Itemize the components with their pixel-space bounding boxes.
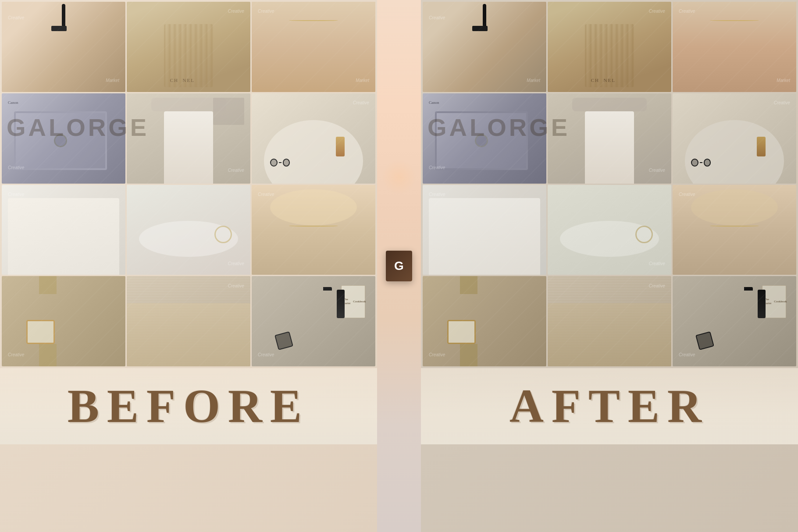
watermark-creative: Creative <box>8 15 24 20</box>
left-photo-camera: Canon Creative <box>2 93 125 184</box>
sunglasses-r <box>691 160 711 165</box>
wm-standing: Creative <box>228 168 244 173</box>
right-photo-heel: Creative Market <box>423 2 546 92</box>
left-photo-coffee: Creative <box>252 93 375 184</box>
right-photo-standing: Creative <box>548 93 671 184</box>
right-photo-flatlay: The Futurist Cookbook Creative <box>673 276 796 366</box>
left-photo-grid: Creative Market CH NEL Creative Creative… <box>0 0 377 368</box>
left-photo-heel: Creative Market <box>2 2 125 92</box>
wm-tr-left2: Creative <box>228 9 244 14</box>
right-bottom-label: AFTER <box>421 368 798 444</box>
right-photo-camera: Canon Creative <box>423 93 546 184</box>
wm-rs: Creative <box>649 168 665 173</box>
book-element: The Futurist Cookbook <box>341 285 365 318</box>
right-photo-wave: Creative <box>548 185 671 275</box>
sunglasses-flatlay-r <box>695 331 714 350</box>
left-photo-blonde: Creative <box>252 185 375 275</box>
after-label: AFTER <box>509 379 709 433</box>
wm-rcf: Creative <box>774 100 790 105</box>
right-photo-grid: Creative Market CH NEL Creative Creative… <box>421 0 798 368</box>
watermark-market: Market <box>106 78 119 83</box>
main-container: Creative Market CH NEL Creative Creative… <box>0 0 798 532</box>
left-bottom-label: BEFORE <box>0 368 377 444</box>
right-photo-white-shirt: Creative <box>423 185 546 275</box>
sunglasses-flatlay <box>274 331 293 350</box>
left-photo-wave: Creative <box>127 185 250 275</box>
wm-rflatlay: Creative <box>679 352 695 357</box>
center-logo: G <box>386 251 412 281</box>
wm-watch: Creative <box>8 352 24 357</box>
wm-rh1: Creative <box>429 15 445 20</box>
wm-rb2: Creative <box>649 9 665 14</box>
right-photo-knit: Creative <box>548 276 671 366</box>
wm-rh2: Market <box>527 78 540 83</box>
left-photo-white-shirt: Creative <box>2 185 125 275</box>
right-photo-portrait-top: Creative Market <box>673 2 796 92</box>
left-photo-standing: Creative <box>127 93 250 184</box>
left-photo-knit: Creative <box>127 276 250 366</box>
wm-flatlay: Creative <box>258 352 274 357</box>
wm-rwatch: Creative <box>429 352 445 357</box>
left-panel: Creative Market CH NEL Creative Creative… <box>0 0 377 532</box>
left-photo-braid: CH NEL Creative <box>127 2 250 92</box>
wm-coffee: Creative <box>353 100 369 105</box>
chanel-text: CH NEL <box>170 78 195 83</box>
sunglasses-shape <box>270 160 290 165</box>
wm-rws: Creative <box>429 192 445 197</box>
right-photo-blonde: Creative <box>673 185 796 275</box>
center-divider: G <box>377 0 421 532</box>
left-photo-portrait-top: Creative Market <box>252 2 375 92</box>
book-subtitle-r: Cookbook <box>773 298 788 305</box>
left-photo-watch: Creative <box>2 276 125 366</box>
camera-brand-r: Canon <box>429 100 439 105</box>
camera-brand: Canon <box>8 100 18 105</box>
right-photo-braid: CH NEL Creative <box>548 2 671 92</box>
right-photo-watch: Creative <box>423 276 546 366</box>
book-element-r: The Futurist Cookbook <box>762 285 786 318</box>
right-panel: Creative Market CH NEL Creative Creative… <box>421 0 798 532</box>
chanel-text-r: CH NEL <box>591 78 616 83</box>
before-label: BEFORE <box>68 379 310 433</box>
right-photo-coffee: Creative <box>673 93 796 184</box>
book-subtitle: Cookbook <box>352 298 367 305</box>
left-photo-flatlay: The Futurist Cookbook Creative <box>252 276 375 366</box>
wm-ws: Creative <box>8 192 24 197</box>
